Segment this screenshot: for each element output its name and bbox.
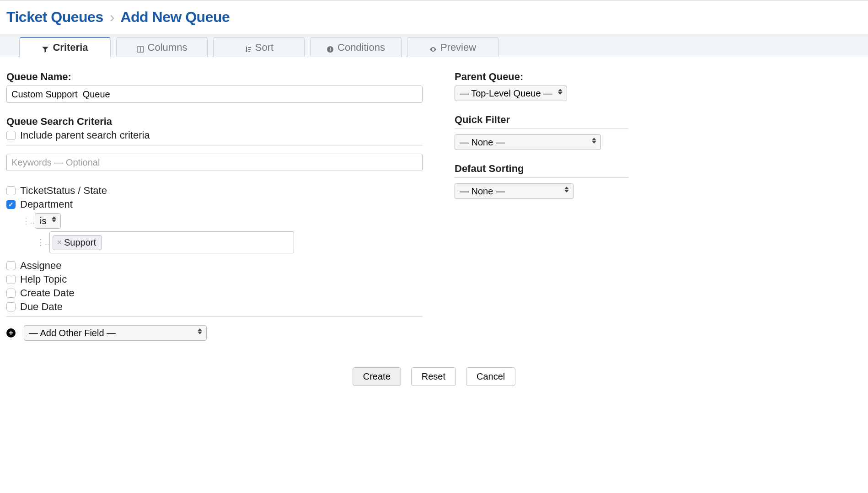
- alert-icon: [327, 44, 334, 51]
- tab-label: Conditions: [338, 42, 385, 54]
- department-chip: ✕ Support: [53, 235, 102, 250]
- svg-rect-4: [330, 50, 331, 51]
- reset-button[interactable]: Reset: [411, 367, 456, 386]
- cancel-button[interactable]: Cancel: [466, 367, 515, 386]
- chip-remove-icon[interactable]: ✕: [57, 239, 62, 246]
- plus-icon[interactable]: +: [6, 328, 16, 338]
- add-other-field-select[interactable]: — Add Other Field —: [24, 325, 207, 341]
- parent-queue-select[interactable]: — Top-Level Queue —: [455, 86, 567, 101]
- tree-branch-icon: ⋮..: [37, 237, 47, 247]
- breadcrumb-root[interactable]: Ticket Queues: [6, 9, 103, 25]
- tab-label: Columns: [148, 42, 188, 54]
- criteria-ticket-status-checkbox[interactable]: [6, 186, 16, 195]
- divider: [455, 129, 628, 129]
- breadcrumb-current: Add New Queue: [120, 9, 230, 25]
- page-title: Ticket Queues › Add New Queue: [6, 9, 862, 26]
- criteria-assignee-label: Assignee: [20, 260, 62, 272]
- tab-columns[interactable]: Columns: [116, 37, 208, 57]
- chip-label: Support: [64, 237, 96, 248]
- queue-name-label: Queue Name:: [6, 71, 423, 83]
- criteria-department-checkbox[interactable]: [6, 200, 16, 209]
- svg-rect-3: [330, 48, 331, 50]
- tab-preview[interactable]: Preview: [407, 37, 498, 57]
- criteria-due-date-label: Due Date: [20, 301, 63, 313]
- queue-name-input[interactable]: [6, 86, 423, 103]
- divider: [6, 145, 423, 145]
- create-button[interactable]: Create: [353, 367, 401, 386]
- columns-icon: [137, 44, 144, 51]
- tab-label: Criteria: [53, 42, 88, 54]
- eye-icon: [429, 44, 437, 51]
- divider: [455, 177, 628, 178]
- tab-bar: Criteria Columns Sort Conditions Preview: [0, 34, 868, 57]
- criteria-department-label: Department: [20, 198, 73, 210]
- criteria-ticket-status-label: TicketStatus / State: [20, 185, 107, 197]
- quick-filter-label: Quick Filter: [455, 114, 628, 126]
- form-footer: Create Reset Cancel: [6, 367, 862, 386]
- include-parent-checkbox[interactable]: [6, 131, 16, 140]
- tab-label: Preview: [440, 42, 476, 54]
- criteria-help-topic-label: Help Topic: [20, 273, 67, 285]
- criteria-due-date-checkbox[interactable]: [6, 302, 16, 311]
- tab-label: Sort: [255, 42, 273, 54]
- tab-criteria[interactable]: Criteria: [19, 37, 111, 57]
- tab-conditions[interactable]: Conditions: [310, 37, 402, 57]
- criteria-create-date-label: Create Date: [20, 287, 75, 299]
- filter-icon: [42, 44, 49, 51]
- search-criteria-label: Queue Search Criteria: [6, 116, 423, 128]
- include-parent-label: Include parent search criteria: [20, 129, 150, 141]
- default-sorting-select[interactable]: — None —: [455, 183, 573, 199]
- department-value-input[interactable]: ✕ Support: [49, 231, 294, 253]
- parent-queue-label: Parent Queue:: [455, 71, 628, 83]
- tab-sort[interactable]: Sort: [213, 37, 305, 57]
- chevron-right-icon: ›: [110, 9, 114, 25]
- default-sorting-label: Defaut Sorting: [455, 163, 628, 175]
- quick-filter-select[interactable]: — None —: [455, 134, 601, 150]
- criteria-help-topic-checkbox[interactable]: [6, 275, 16, 284]
- sort-icon: [244, 44, 252, 51]
- department-operator-select[interactable]: is: [35, 213, 61, 229]
- tree-branch-icon: ⋮..: [22, 216, 32, 226]
- criteria-form: Queue Name: Queue Search Criteria Includ…: [6, 71, 423, 341]
- keywords-input[interactable]: [6, 154, 423, 171]
- criteria-assignee-checkbox[interactable]: [6, 261, 16, 270]
- side-settings: Parent Queue: — Top-Level Queue — Quick …: [455, 71, 628, 341]
- divider: [6, 316, 423, 317]
- criteria-create-date-checkbox[interactable]: [6, 289, 16, 298]
